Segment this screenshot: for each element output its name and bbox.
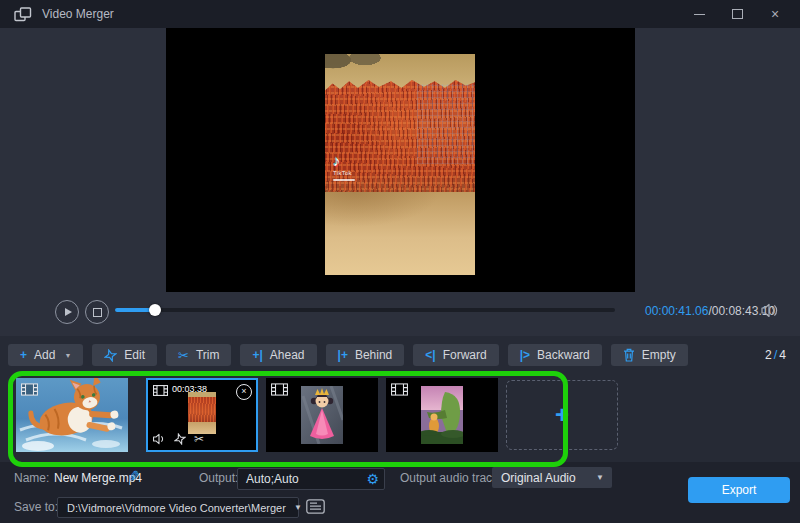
plus-icon: + (555, 403, 569, 427)
save-to-label: Save to: (14, 500, 58, 514)
play-icon (65, 308, 72, 316)
folder-icon (306, 499, 325, 514)
empty-label: Empty (642, 348, 676, 362)
clip-audio-button[interactable] (152, 433, 166, 445)
play-button[interactable] (55, 300, 79, 324)
timeline-clip-flowers-selected[interactable]: 00:03:38 × ✂ (146, 378, 258, 452)
output-settings-button[interactable]: ⚙ (366, 472, 384, 486)
title-bar: Video Merger × (0, 0, 800, 28)
princess-thumbnail (301, 386, 343, 444)
name-label: Name: (14, 471, 49, 485)
behind-label: Behind (355, 348, 392, 362)
export-label: Export (722, 483, 757, 497)
video-merger-window: Video Merger × ♪ TikTok 00 (0, 0, 800, 523)
ahead-label: Ahead (270, 348, 305, 362)
maximize-icon (732, 9, 743, 19)
counter-total: 4 (779, 348, 786, 362)
monster-thumbnail (421, 386, 463, 444)
remove-clip-button[interactable]: × (236, 384, 252, 400)
add-label: Add (34, 348, 55, 362)
output-format-box[interactable]: Auto;Auto ⚙ (237, 468, 385, 490)
video-preview-area: ♪ TikTok (166, 28, 635, 292)
chevron-down-icon: ▼ (596, 473, 612, 482)
tiktok-watermark: ♪ TikTok (333, 152, 355, 181)
audio-track-select[interactable]: Original Audio ▼ (492, 467, 612, 488)
edit-label: Edit (124, 348, 145, 362)
tiktok-watermark-text: TikTok (333, 170, 355, 176)
forward-label: Forward (443, 348, 487, 362)
seek-progress (115, 308, 155, 312)
output-value: Auto;Auto (238, 472, 299, 486)
forward-button[interactable]: <| Forward (413, 344, 498, 366)
minimize-icon (694, 14, 705, 15)
chevron-down-icon: ▼ (64, 352, 71, 359)
seek-slider[interactable] (115, 308, 615, 312)
counter-current: 2 (765, 348, 772, 362)
volume-button[interactable] (760, 303, 778, 318)
window-controls: × (692, 7, 800, 21)
behind-button[interactable]: |+ Behind (326, 344, 405, 366)
video-frame: ♪ TikTok (325, 54, 475, 275)
mini-flowers (188, 397, 216, 422)
window-title: Video Merger (42, 7, 114, 21)
audio-track-value: Original Audio (492, 471, 576, 485)
clip-edit-button[interactable] (174, 433, 186, 445)
pencil-icon: ✎ (127, 467, 141, 485)
close-icon: × (241, 386, 246, 396)
insert-behind-icon: |+ (338, 348, 348, 362)
video-sand-path (325, 192, 475, 275)
trash-icon (623, 348, 635, 362)
stop-icon (93, 308, 102, 317)
empty-button[interactable]: Empty (611, 344, 688, 366)
stop-button[interactable] (85, 300, 109, 324)
save-path-select[interactable]: D:\Vidmore\Vidmore Video Converter\Merge… (57, 497, 299, 518)
save-path-value: D:\Vidmore\Vidmore Video Converter\Merge… (58, 502, 286, 514)
open-folder-button[interactable] (306, 499, 325, 514)
toolbar: + Add ▼ Edit ✂ Trim +| Ahead |+ Behind (8, 344, 688, 366)
film-icon (21, 383, 38, 396)
film-icon (153, 385, 168, 396)
seek-thumb[interactable] (149, 304, 161, 316)
ahead-button[interactable]: +| Ahead (240, 344, 316, 366)
time-display: 00:00:41.06/00:08:43.10 (645, 304, 775, 318)
flower-mini-thumbnail (188, 392, 216, 434)
speaker-icon (760, 303, 778, 318)
insert-ahead-icon: +| (252, 348, 262, 362)
move-forward-icon: <| (425, 348, 435, 362)
gear-icon: ⚙ (366, 471, 379, 487)
rename-button[interactable]: ✎ (127, 467, 141, 485)
export-button[interactable]: Export (688, 477, 790, 503)
tiktok-note-icon: ♪ (333, 152, 355, 169)
tiktok-handle-scribble (333, 179, 355, 181)
close-button[interactable]: × (768, 7, 782, 21)
merger-icon (14, 7, 32, 22)
output-label: Output: (199, 471, 238, 485)
minimize-button[interactable] (692, 7, 706, 21)
backward-button[interactable]: |> Backward (508, 344, 602, 366)
clip-trim-button[interactable]: ✂ (194, 432, 204, 446)
clip-action-icons: ✂ (152, 432, 204, 446)
timeline-clip-monster[interactable] (386, 378, 498, 452)
add-clip-placeholder[interactable]: + (506, 380, 618, 450)
backward-label: Backward (537, 348, 590, 362)
current-time: 00:00:41.06 (645, 304, 708, 318)
audio-track-label: Output audio track: (400, 471, 501, 485)
clip-counter: 2/4 (765, 347, 786, 362)
edit-button[interactable]: Edit (92, 344, 157, 366)
timeline-clip-cat[interactable] (16, 378, 128, 452)
close-icon: × (771, 7, 779, 21)
star-edit-icon (104, 349, 117, 362)
film-icon (271, 383, 288, 396)
trim-label: Trim (196, 348, 220, 362)
video-trees (325, 54, 395, 80)
move-backward-icon: |> (520, 348, 530, 362)
maximize-button[interactable] (730, 7, 744, 21)
video-speckle (417, 84, 475, 164)
timeline-panel: + Add ▼ Edit ✂ Trim +| Ahead |+ Behind (0, 336, 800, 462)
film-icon (391, 383, 408, 396)
trim-button[interactable]: ✂ Trim (166, 344, 231, 366)
add-button[interactable]: + Add ▼ (8, 344, 83, 366)
plus-icon: + (20, 348, 27, 362)
timeline-clip-princess[interactable] (266, 378, 378, 452)
scissors-icon: ✂ (178, 348, 189, 363)
